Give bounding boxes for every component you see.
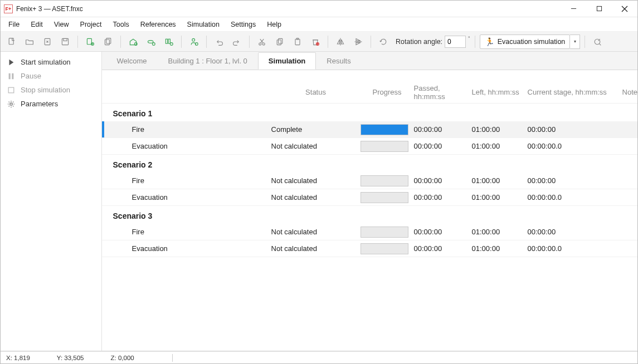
rotate-icon[interactable] bbox=[376, 34, 391, 50]
maximize-button[interactable] bbox=[586, 1, 612, 17]
sidebar-item-pause[interactable]: Pause bbox=[1, 69, 101, 83]
row-passed: 00:00:00 bbox=[414, 228, 472, 236]
menu-tools[interactable]: Tools bbox=[107, 18, 134, 31]
simulation-row[interactable]: FireNot calculated00:00:0001:00:0000:00:… bbox=[102, 224, 637, 240]
content-area: WelcomeBuilding 1 : Floor 1, lvl. 0Simul… bbox=[102, 52, 637, 351]
row-progress bbox=[361, 124, 414, 135]
delete-icon[interactable] bbox=[308, 34, 323, 50]
stop-icon bbox=[7, 86, 15, 94]
svg-rect-20 bbox=[168, 39, 170, 43]
sidebar-item-parameters[interactable]: Parameters bbox=[1, 97, 101, 111]
col-status: Status bbox=[271, 88, 361, 96]
row-stage: 00:00:00.0 bbox=[528, 142, 622, 150]
row-status: Not calculated bbox=[271, 142, 361, 150]
menu-view[interactable]: View bbox=[48, 18, 75, 31]
evacuation-simulation-button[interactable]: 🏃 Evacuation simulation bbox=[480, 35, 571, 49]
sidebar-item-label: Stop simulation bbox=[21, 86, 70, 94]
menu-project[interactable]: Project bbox=[75, 18, 108, 31]
svg-rect-43 bbox=[8, 87, 14, 93]
simulation-row[interactable]: FireComplete00:00:0001:00:0000:00:00 bbox=[102, 121, 637, 138]
undo-icon[interactable] bbox=[211, 34, 227, 50]
runner-icon: 🏃 bbox=[485, 37, 494, 46]
status-z: Z: 0,000 bbox=[110, 355, 134, 361]
redo-icon[interactable] bbox=[229, 34, 245, 50]
main-area: Start simulationPauseStop simulationPara… bbox=[1, 52, 637, 351]
svg-line-27 bbox=[260, 39, 264, 43]
simulation-row[interactable]: FireNot calculated00:00:0001:00:0000:00:… bbox=[102, 173, 637, 189]
row-passed: 00:00:00 bbox=[414, 244, 472, 253]
toolbar-separator bbox=[181, 36, 182, 48]
row-stage: 00:00:00 bbox=[528, 176, 622, 185]
simulation-row[interactable]: EvacuationNot calculated00:00:0001:00:00… bbox=[102, 240, 637, 257]
target-icon[interactable] bbox=[590, 34, 605, 50]
save-icon[interactable] bbox=[57, 34, 73, 50]
add-topology-icon[interactable] bbox=[82, 34, 98, 50]
svg-rect-8 bbox=[62, 38, 68, 45]
toolbar-separator bbox=[328, 36, 328, 48]
col-stage: Current stage, hh:mm:ss bbox=[528, 88, 622, 96]
row-status: Not calculated bbox=[271, 193, 361, 201]
add-person-icon[interactable] bbox=[186, 34, 202, 50]
svg-rect-19 bbox=[165, 39, 167, 43]
status-y: Y: 33,505 bbox=[57, 355, 84, 361]
tab-simulation[interactable]: Simulation bbox=[258, 52, 316, 70]
paste-icon[interactable] bbox=[290, 34, 305, 50]
sidebar-item-label: Parameters bbox=[21, 100, 58, 108]
add-building-icon[interactable] bbox=[125, 34, 141, 50]
tab-welcome[interactable]: Welcome bbox=[106, 52, 158, 70]
duplicate-icon[interactable] bbox=[100, 34, 116, 50]
menu-file[interactable]: File bbox=[3, 18, 25, 31]
tab-building-1-floor-1-lvl-0[interactable]: Building 1 : Floor 1, lvl. 0 bbox=[157, 52, 257, 70]
row-progress bbox=[361, 141, 414, 152]
row-stage: 00:00:00.0 bbox=[528, 244, 622, 253]
app-icon: F+ bbox=[4, 4, 13, 13]
row-name: Fire bbox=[104, 228, 271, 236]
tab-results[interactable]: Results bbox=[316, 52, 361, 70]
scenario-header[interactable]: Scenario 3 bbox=[102, 206, 637, 224]
add-scenario-icon[interactable] bbox=[161, 34, 177, 50]
close-button[interactable] bbox=[612, 1, 637, 17]
menu-references[interactable]: References bbox=[135, 18, 182, 31]
title-bar: F+ Fenix+ 3 — ASET.fnxc bbox=[1, 1, 637, 17]
cut-icon[interactable] bbox=[254, 34, 270, 50]
toolbar-separator bbox=[585, 36, 585, 48]
row-left: 01:00:00 bbox=[472, 176, 528, 185]
row-stage: 00:00:00 bbox=[528, 228, 622, 236]
svg-rect-14 bbox=[105, 40, 109, 45]
row-passed: 00:00:00 bbox=[414, 193, 472, 201]
close-file-icon[interactable] bbox=[40, 34, 55, 50]
row-status: Not calculated bbox=[271, 244, 361, 253]
sidebar-item-stop-simulation[interactable]: Stop simulation bbox=[1, 83, 101, 97]
sidebar: Start simulationPauseStop simulationPara… bbox=[1, 52, 102, 351]
toolbar-separator bbox=[206, 36, 207, 48]
rotation-angle-input[interactable] bbox=[445, 36, 466, 48]
add-floor-icon[interactable] bbox=[143, 34, 159, 50]
row-progress bbox=[361, 243, 414, 254]
table-header: Status Progress Passed, hh:mm:ss Left, h… bbox=[102, 81, 637, 104]
simulation-row[interactable]: EvacuationNot calculated00:00:0001:00:00… bbox=[102, 189, 637, 206]
row-name: Evacuation bbox=[104, 142, 271, 150]
row-left: 01:00:00 bbox=[472, 193, 528, 201]
sidebar-item-start-simulation[interactable]: Start simulation bbox=[1, 55, 101, 69]
scenario-header[interactable]: Scenario 1 bbox=[102, 104, 637, 121]
simulation-row[interactable]: EvacuationNot calculated00:00:0001:00:00… bbox=[102, 138, 637, 155]
minimize-button[interactable] bbox=[561, 1, 586, 17]
svg-line-26 bbox=[261, 39, 264, 43]
mirror-horizontal-icon[interactable] bbox=[350, 34, 366, 50]
evacuation-dropdown-button[interactable]: ▾ bbox=[570, 35, 580, 49]
open-folder-icon[interactable] bbox=[22, 34, 37, 50]
rotation-angle-label: Rotation angle: bbox=[396, 38, 442, 46]
scenario-header[interactable]: Scenario 2 bbox=[102, 155, 637, 173]
mirror-vertical-icon[interactable] bbox=[333, 34, 348, 50]
menu-edit[interactable]: Edit bbox=[25, 18, 48, 31]
menu-help[interactable]: Help bbox=[261, 18, 287, 31]
svg-rect-41 bbox=[9, 73, 11, 79]
svg-point-21 bbox=[170, 42, 173, 45]
status-bar: X: 1,819 Y: 33,505 Z: 0,000 bbox=[1, 351, 637, 363]
row-left: 01:00:00 bbox=[472, 244, 528, 253]
new-file-icon[interactable] bbox=[4, 34, 20, 50]
menu-simulation[interactable]: Simulation bbox=[182, 18, 225, 31]
svg-point-24 bbox=[259, 43, 261, 45]
copy-icon[interactable] bbox=[272, 34, 288, 50]
menu-settings[interactable]: Settings bbox=[225, 18, 261, 31]
